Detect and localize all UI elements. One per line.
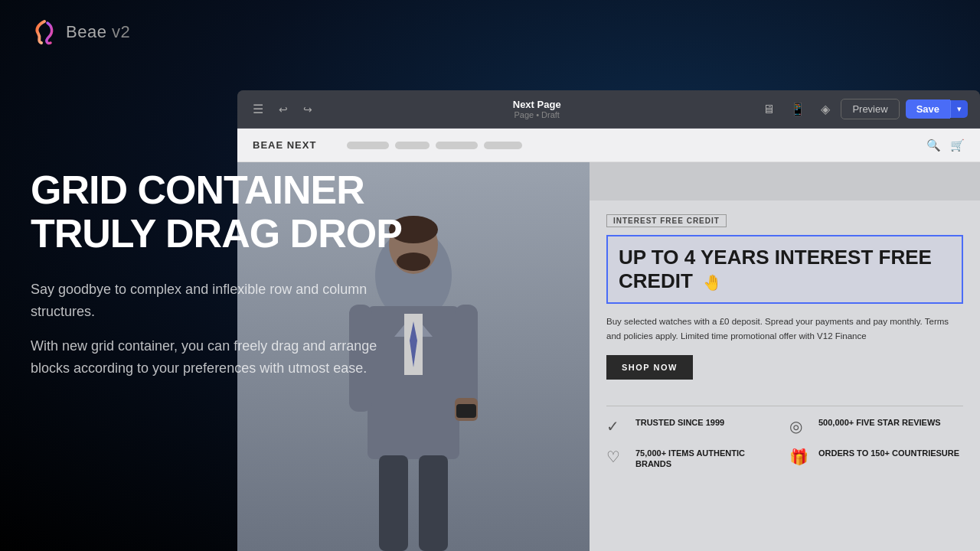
logo-version: v2: [106, 22, 130, 41]
drag-cursor-icon: 🤚: [703, 273, 722, 292]
brands-icon: ♡: [606, 448, 628, 469]
hero-title: GRID CONTAINER TRULY DRAG DROP: [31, 168, 413, 256]
hero-title-line2: TRULY DRAG DROP: [31, 212, 413, 256]
cart-icon[interactable]: 🛒: [950, 139, 965, 152]
browser-title-area: Next Page Page • Draft: [325, 99, 749, 119]
big-heading-box[interactable]: UP TO 4 YEARS INTEREST FREE CREDIT 🤚: [606, 235, 963, 304]
hero-desc1: Say goodbye to complex and inflexible ro…: [31, 279, 413, 323]
diamond-button[interactable]: ◈: [816, 99, 835, 119]
hero-title-line1: GRID CONTAINER: [31, 168, 413, 212]
nav-pill-1: [347, 142, 389, 149]
preview-button[interactable]: Preview: [841, 99, 899, 119]
save-button-group: Save ▾: [906, 99, 968, 119]
nav-pill-3: [436, 142, 478, 149]
shop-now-button[interactable]: SHOP NOW: [606, 355, 693, 380]
brands-text: 75,000+ ITEMS AUTHENTIC BRANDS: [635, 448, 780, 470]
store-nav-icons: 🔍 🛒: [926, 139, 965, 152]
logo-text: Beae v2: [66, 22, 130, 42]
badge-orders: 🎁 ORDERS TO 150+ COUNTRIESURE: [789, 448, 963, 470]
search-icon[interactable]: 🔍: [926, 139, 941, 152]
page-subtitle: Page • Draft: [325, 110, 749, 119]
logo-area: Beae v2: [31, 18, 130, 46]
store-logo: BEAE NEXT: [253, 139, 316, 151]
reviews-text: 500,000+ FIVE STAR REVIEWS: [818, 417, 941, 428]
redo-button[interactable]: ↪: [300, 100, 315, 119]
nav-pill-4: [484, 142, 522, 149]
save-button[interactable]: Save: [906, 99, 950, 119]
logo-name: Beae: [66, 22, 106, 41]
hero-section: GRID CONTAINER TRULY DRAG DROP Say goodb…: [31, 168, 413, 392]
svg-rect-11: [419, 455, 448, 551]
page-title: Next Page: [325, 99, 749, 110]
badge-brands: ♡ 75,000+ ITEMS AUTHENTIC BRANDS: [606, 448, 780, 470]
store-info-panel: INTEREST FREE CREDIT UP TO 4 YEARS INTER…: [590, 162, 980, 551]
store-description-text: Buy selected watches with a £0 deposit. …: [606, 315, 963, 343]
store-navigation: BEAE NEXT 🔍 🛒: [237, 129, 980, 162]
nav-pill-2: [395, 142, 430, 149]
desktop-view-button[interactable]: 🖥: [758, 99, 779, 119]
beae-logo-icon: [31, 18, 58, 46]
hero-desc2: With new grid container, you can freely …: [31, 335, 413, 380]
badge-reviews: ◎ 500,000+ FIVE STAR REVIEWS: [789, 417, 963, 439]
mobile-view-button[interactable]: 📱: [786, 99, 810, 119]
divider-1: [606, 406, 963, 406]
nav-pills: [347, 142, 522, 149]
interest-free-label: INTEREST FREE CREDIT: [606, 214, 727, 227]
svg-rect-7: [455, 305, 478, 412]
store-badges-grid: ✓ TRUSTED SINCE 1999 ◎ 500,000+ FIVE STA…: [606, 417, 963, 470]
orders-icon: 🎁: [789, 448, 811, 469]
browser-chrome: ☰ ↩ ↪ Next Page Page • Draft 🖥 📱 ◈ Previ…: [237, 90, 980, 129]
reviews-icon: ◎: [789, 417, 811, 439]
trusted-icon: ✓: [606, 417, 628, 439]
badge-trusted: ✓ TRUSTED SINCE 1999: [606, 417, 780, 439]
save-dropdown-button[interactable]: ▾: [950, 100, 968, 118]
big-heading: UP TO 4 YEARS INTEREST FREE CREDIT 🤚: [619, 246, 951, 293]
hamburger-menu-button[interactable]: ☰: [250, 99, 266, 119]
orders-text: ORDERS TO 150+ COUNTRIESURE: [818, 448, 959, 458]
svg-rect-10: [379, 455, 408, 551]
browser-toolbar-right: 🖥 📱 ◈ Preview Save ▾: [758, 99, 968, 119]
undo-button[interactable]: ↩: [276, 100, 291, 119]
svg-rect-9: [456, 404, 476, 418]
trusted-text: TRUSTED SINCE 1999: [635, 417, 724, 428]
